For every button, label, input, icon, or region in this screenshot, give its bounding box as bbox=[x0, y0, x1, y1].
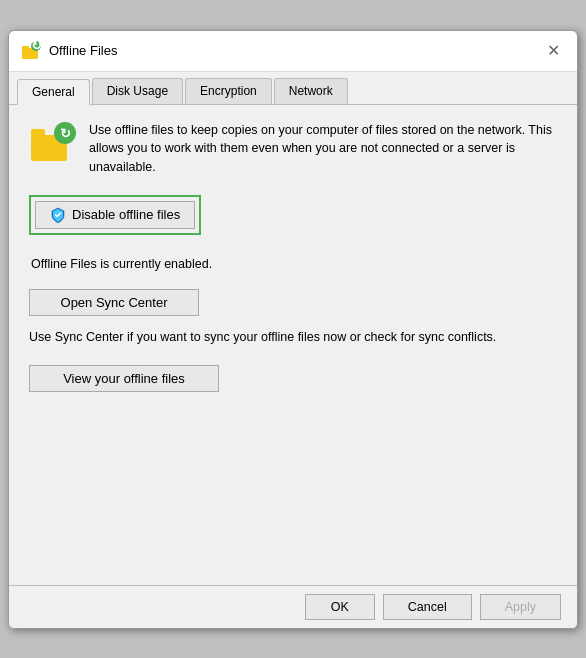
sync-description: Use Sync Center if you want to sync your… bbox=[29, 328, 557, 347]
apply-button[interactable]: Apply bbox=[480, 594, 561, 620]
tab-encryption[interactable]: Encryption bbox=[185, 78, 272, 104]
title-bar-left: ↻ Offline Files bbox=[21, 41, 117, 61]
footer: OK Cancel Apply bbox=[9, 585, 577, 628]
info-row: ↻ Use offline files to keep copies on yo… bbox=[29, 121, 557, 177]
tab-general[interactable]: General bbox=[17, 79, 90, 105]
tab-network[interactable]: Network bbox=[274, 78, 348, 104]
tabs-bar: General Disk Usage Encryption Network bbox=[9, 72, 577, 105]
info-description: Use offline files to keep copies on your… bbox=[89, 121, 557, 177]
view-offline-files-button[interactable]: View your offline files bbox=[29, 365, 219, 392]
content-area: ↻ Use offline files to keep copies on yo… bbox=[9, 105, 577, 585]
close-button[interactable]: ✕ bbox=[541, 39, 565, 63]
tab-disk-usage[interactable]: Disk Usage bbox=[92, 78, 183, 104]
title-bar: ↻ Offline Files ✕ bbox=[9, 31, 577, 72]
sync-center-btn-label: Open Sync Center bbox=[61, 295, 168, 310]
svg-rect-1 bbox=[22, 46, 29, 50]
ok-button[interactable]: OK bbox=[305, 594, 375, 620]
window-title: Offline Files bbox=[49, 43, 117, 58]
disable-btn-label: Disable offline files bbox=[72, 207, 180, 222]
svg-text:↻: ↻ bbox=[31, 41, 42, 53]
status-text: Offline Files is currently enabled. bbox=[29, 257, 557, 271]
shield-icon bbox=[50, 207, 66, 223]
disable-offline-files-button[interactable]: Disable offline files bbox=[35, 201, 195, 229]
cancel-button[interactable]: Cancel bbox=[383, 594, 472, 620]
svg-text:↻: ↻ bbox=[60, 126, 71, 141]
folder-sync-icon: ↻ bbox=[29, 121, 77, 169]
disable-button-highlight: Disable offline files bbox=[29, 195, 201, 235]
svg-rect-5 bbox=[31, 129, 45, 137]
open-sync-center-button[interactable]: Open Sync Center bbox=[29, 289, 199, 316]
offline-files-window: ↻ Offline Files ✕ General Disk Usage Enc… bbox=[8, 30, 578, 629]
window-icon: ↻ bbox=[21, 41, 41, 61]
view-btn-label: View your offline files bbox=[63, 371, 185, 386]
